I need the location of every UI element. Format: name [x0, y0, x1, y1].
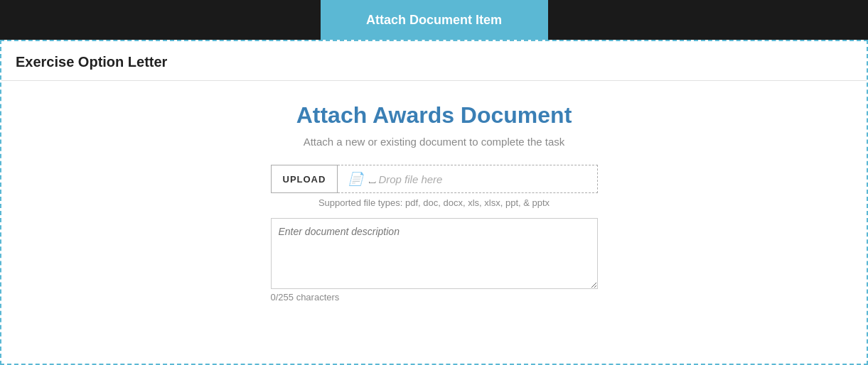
main-content: Exercise Option Letter Attach Awards Doc… [0, 40, 868, 365]
section-header: Exercise Option Letter [1, 41, 867, 81]
file-icon: 📄 [348, 171, 363, 187]
upload-row: UPLOAD 📄 ⎵ Drop file here [271, 165, 598, 193]
form-area: Attach Awards Document Attach a new or e… [1, 81, 867, 303]
description-textarea[interactable] [271, 218, 598, 289]
drop-zone[interactable]: 📄 ⎵ Drop file here [338, 165, 597, 193]
modal-title: Attach Document Item [321, 0, 548, 40]
upload-button[interactable]: UPLOAD [271, 165, 338, 193]
supported-types-label: Supported file types: pdf, doc, docx, xl… [271, 197, 598, 208]
top-bar: Attach Document Item [0, 0, 868, 40]
form-title: Attach Awards Document [296, 102, 572, 129]
cursor-icon: ⎵ [369, 173, 375, 185]
form-subtitle: Attach a new or existing document to com… [304, 136, 565, 148]
char-count: 0/255 characters [271, 292, 598, 303]
